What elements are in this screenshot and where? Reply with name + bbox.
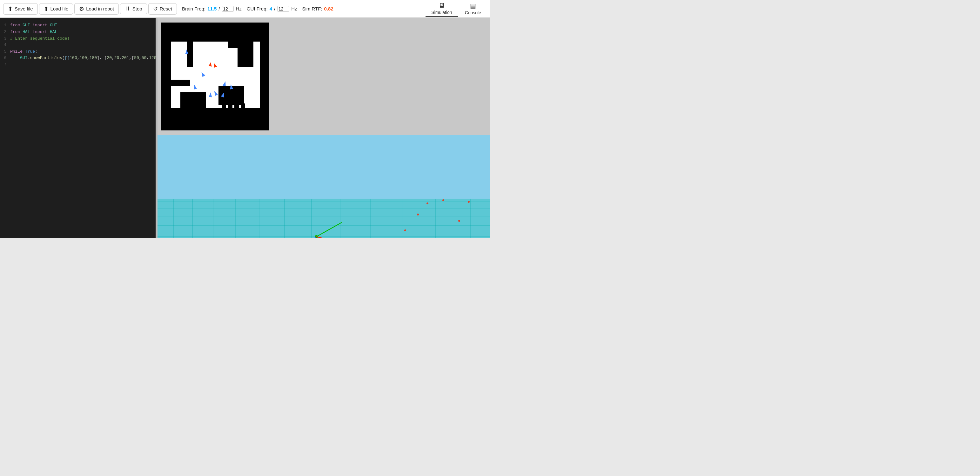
svg-point-56 — [404, 229, 406, 231]
svg-rect-4 — [161, 22, 171, 130]
gui-freq-value: 4 — [270, 6, 272, 11]
map-svg — [161, 22, 269, 130]
code-line-4: 4 — [0, 42, 156, 48]
stop-button[interactable]: ⏸ Stop — [120, 3, 147, 14]
svg-rect-9 — [171, 80, 190, 86]
svg-rect-8 — [237, 48, 253, 67]
simulation-icon: 🖥 — [439, 2, 445, 9]
editor-panel[interactable]: 1 from GUI import GUI 2 from HAL import … — [0, 18, 156, 238]
load-file-button[interactable]: ⬆ Load file — [39, 3, 73, 14]
tab-console[interactable]: ▤ Console — [459, 1, 487, 17]
code-line-1: 1 from GUI import GUI — [0, 22, 156, 29]
sim-rtf-value: 0.82 — [324, 6, 333, 11]
svg-rect-15 — [241, 103, 245, 108]
tab-simulation[interactable]: 🖥 Simulation — [426, 1, 458, 17]
save-file-button[interactable]: ⬆ Save file — [3, 3, 38, 14]
code-line-7: 7 — [0, 62, 156, 68]
main-content: 1 from GUI import GUI 2 from HAL import … — [0, 18, 490, 238]
save-file-label: Save file — [14, 6, 33, 11]
svg-point-49 — [442, 199, 444, 201]
gui-freq-label: GUI Freq: — [247, 6, 268, 11]
gui-freq-group: GUI Freq: 4 / Hz — [247, 6, 297, 12]
reset-icon: ↺ — [153, 5, 158, 13]
map-canvas — [161, 22, 269, 130]
stop-label: Stop — [132, 6, 142, 11]
svg-rect-5 — [260, 22, 269, 130]
gui-freq-max — [277, 6, 289, 12]
reset-button[interactable]: ↺ Reset — [148, 3, 177, 14]
right-tabs: 🖥 Simulation ▤ Console — [426, 1, 487, 17]
console-icon: ▤ — [470, 2, 476, 10]
brain-freq-max — [222, 6, 234, 12]
save-icon: ⬆ — [8, 5, 13, 13]
brain-freq-value: 11.5 — [207, 6, 216, 11]
gui-freq-input[interactable] — [277, 6, 289, 12]
svg-rect-14 — [234, 103, 239, 108]
svg-point-50 — [468, 201, 470, 203]
toolbar: ⬆ Save file ⬆ Load file ⚙ Load in robot … — [0, 0, 490, 18]
stop-icon: ⏸ — [125, 5, 130, 12]
svg-point-51 — [426, 203, 428, 205]
load-robot-button[interactable]: ⚙ Load in robot — [74, 3, 119, 14]
console-label: Console — [465, 10, 481, 15]
sim-rtf-group: Sim RTF: 0.82 — [302, 6, 333, 11]
simulation-label: Simulation — [431, 10, 452, 15]
reset-label: Reset — [160, 6, 172, 11]
code-line-3: 3 # Enter sequential code! — [0, 35, 156, 42]
load-file-label: Load file — [51, 6, 68, 11]
svg-rect-11 — [180, 92, 206, 108]
simulation-svg — [158, 135, 490, 238]
load-file-icon: ⬆ — [44, 5, 49, 13]
gui-freq-sep: / — [274, 6, 275, 11]
svg-point-54 — [458, 220, 460, 222]
simulation-view — [158, 135, 490, 238]
robot-icon: ⚙ — [79, 5, 84, 13]
svg-rect-13 — [228, 103, 232, 108]
gui-freq-unit: Hz — [291, 6, 297, 11]
svg-rect-12 — [222, 103, 226, 108]
map-view — [158, 18, 490, 135]
right-panel — [158, 18, 490, 238]
brain-freq-input[interactable] — [222, 6, 234, 12]
brain-freq-group: Brain Freq: 11.5 / Hz — [182, 6, 242, 12]
code-line-6: 6 GUI.showParticles([[100,100,180], [20,… — [0, 55, 156, 62]
brain-freq-sep: / — [218, 6, 220, 11]
svg-rect-2 — [161, 22, 269, 41]
code-editor[interactable]: 1 from GUI import GUI 2 from HAL import … — [0, 21, 156, 69]
sim-rtf-label: Sim RTF: — [302, 6, 322, 11]
svg-rect-3 — [161, 108, 269, 130]
code-line-2: 2 from HAL import HAL — [0, 29, 156, 35]
brain-freq-label: Brain Freq: — [182, 6, 205, 11]
load-robot-label: Load in robot — [86, 6, 114, 11]
brain-freq-unit: Hz — [235, 6, 241, 11]
svg-rect-7 — [228, 41, 253, 48]
code-line-5: 5 while True: — [0, 49, 156, 55]
svg-point-53 — [417, 214, 419, 216]
